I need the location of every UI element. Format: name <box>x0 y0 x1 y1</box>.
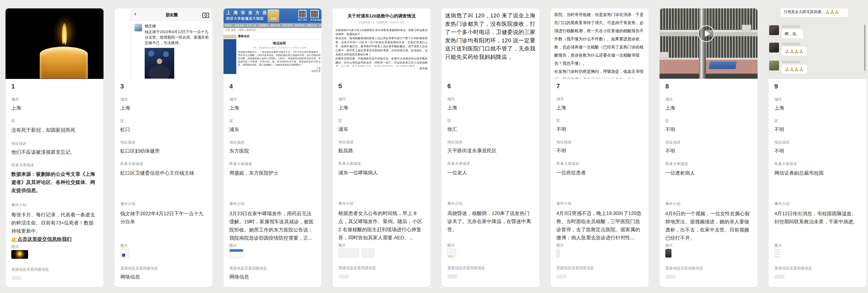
field-value-event: 4月6日的一个视频，一位女性在撕心裂肺地哭泣。据视频描述，她的亲人要做透析，出不… <box>665 210 752 243</box>
chat-bubble: 🙏🙏🙏🙏 <box>782 47 807 56</box>
field-value-address: 天平路街道永康居民区 <box>447 147 534 154</box>
field-label-direct: 直接信息还是间接信息 <box>11 267 98 271</box>
card-title-number: 4 <box>229 83 316 90</box>
field-value-city: 上海 <box>120 105 207 112</box>
field-label-district: 区 <box>774 119 861 123</box>
field-label-address: 地址描述 <box>665 140 752 144</box>
field-label-address: 地址描述 <box>11 142 98 146</box>
document-body: 在航昌路376弄小区120急救医生未向求救患者施救的情况，我委立即连夜启动调查，… <box>335 28 428 66</box>
field-value-event: 每张卡片、每行记录，代表着一条逝去的鲜活生命。目前有73+位死者！数据持续更新中… <box>11 211 98 244</box>
field-label-city: 城市 <box>11 97 98 101</box>
image-thumbnail[interactable] <box>774 249 780 258</box>
sidebar-block <box>223 39 236 74</box>
field-value-city: 上海 <box>229 105 316 112</box>
record-card-5[interactable]: 关于对浦东120急救中心的调查情况 【信息来源：】【信息时间：2022-03-3… <box>332 8 431 287</box>
field-value-event: 3月23日在家中哮喘发作，用药后无法缓解。19时，家属驾车送其就诊，被医院拒收。… <box>229 210 316 243</box>
field-value-event: 4月12日传出消息，韦桂国因脑溢血、封控期间联系救治未果，于家中病逝。 <box>774 210 861 243</box>
card-title-number: 7 <box>556 82 643 90</box>
image-thumbnail[interactable] <box>120 249 130 258</box>
building-base <box>659 74 757 79</box>
record-card-9[interactable]: 只有其女儿眼见其病逝…🙏🙏🙏 啊，这。 🙏🙏🙏🙏 🙏🙏🙏🙏 <box>768 8 867 287</box>
field-label-event: 事件介绍 <box>338 202 425 206</box>
qr-code-label: 患者移动服务平台 <box>310 19 321 22</box>
record-card-1[interactable]: 1 城市 上海 区 没有死于新冠，却因新冠而死 地址描述 他们不应该被漠视甚至忘… <box>5 8 104 287</box>
document-title: 关于对浦东120急救中心的调查情况 <box>335 13 428 19</box>
field-value-address: 东方医院 <box>229 148 316 155</box>
field-label-city: 城市 <box>229 97 316 101</box>
hospital-site-header: 上 海 市 东 方 医 院 同济大学附属东方医院 100 微信二维码 患者移动服… <box>223 8 321 23</box>
field-label-district: 区 <box>338 119 425 123</box>
field-value-city: 上海 <box>11 105 98 112</box>
cover-investigation-document: 关于对浦东120急救中心的调查情况 【信息来源：】【信息时间：2022-03-3… <box>333 8 431 79</box>
field-label-district: 区 <box>665 119 752 123</box>
field-label-direct: 直接信息还是间接信息 <box>338 266 425 270</box>
field-label-image: 图片 <box>665 244 752 248</box>
image-thumbnail[interactable] <box>556 248 560 257</box>
scrollbar[interactable] <box>864 25 865 71</box>
field-label-deceased: 死者大体描述 <box>556 162 643 166</box>
card-title-number: 1 <box>11 83 98 90</box>
field-value-event: 高烧昏迷，核酸阴，120来了说发热门诊关了。无奈在家中降温，在昏迷中离世。 <box>447 209 534 242</box>
field-label-deceased: 死者大体描述 <box>665 162 752 166</box>
field-label-district: 区 <box>447 119 534 123</box>
wechat-post: 钱文雄 钱文雄于2022年4月12日下午一点十九分去世。疫情期间一切从简。家属目… <box>131 21 213 79</box>
field-value-direct: 网络信息 <box>120 273 207 281</box>
field-value-deceased: 周盛妮，东方医院护士 <box>229 169 316 202</box>
ac-unit <box>660 52 668 58</box>
record-card-8[interactable]: 8 城市 上海 区 不明 地址描述 不明 死者大体描述 一位透析病人 事件介绍 … <box>659 8 758 287</box>
card-title-number: 5 <box>338 82 425 90</box>
blue-awning <box>709 61 737 69</box>
avatar <box>134 24 142 31</box>
wechat-moments-title: 朋友圈 <box>131 12 213 18</box>
field-value-district: 浦东 <box>338 126 425 133</box>
chat-bubble: 啊，这。 <box>782 29 803 38</box>
field-label-image: 图片 <box>447 243 534 247</box>
play-triangle <box>705 30 710 37</box>
field-label-address: 地址描述 <box>556 140 643 144</box>
field-value-deceased: 一位老人 <box>447 169 534 202</box>
field-label-city: 城市 <box>120 97 207 101</box>
empty-value-pill <box>774 275 785 279</box>
image-thumbnail[interactable] <box>338 248 359 257</box>
field-label-address: 地址描述 <box>447 140 534 144</box>
field-label-direct: 直接信息还是间接信息 <box>229 266 316 270</box>
image-thumbnail[interactable] <box>447 248 456 257</box>
field-value-city: 上海 <box>774 105 861 112</box>
field-label-image: 图片 <box>120 244 207 248</box>
record-card-3[interactable]: ‹ 朋友圈 钱文雄 钱文雄于2022年4月12日下午一点十九分去世。疫情期间一切… <box>114 8 213 287</box>
empty-value-pill <box>556 274 567 279</box>
event-text: 每张卡片、每行记录，代表着一条逝去的鲜活生命。目前有73+位死者！数据持续更新中… <box>11 212 95 234</box>
record-card-7[interactable]: 医院。当时有些低烧，但是发热门诊在消杀，于是在门口的黑夜里等待了很久。可是由于有… <box>550 8 649 287</box>
field-value-deceased: 一位癌症患者 <box>556 169 643 202</box>
field-value-event: 钱文雄于2022年4月12日下午一点十九分自杀 <box>120 210 207 243</box>
document-meta: 【信息来源：】【信息时间：2022-03-31】 <box>335 21 428 24</box>
record-card-4[interactable]: 上 海 市 东 方 医 院 同济大学附属东方医院 100 微信二维码 患者移动服… <box>223 8 322 287</box>
empty-value-pill <box>338 274 349 279</box>
card-title-number: 8 <box>665 83 752 90</box>
field-label-event: 事件介绍 <box>229 202 316 206</box>
image-thumbnail[interactable] <box>229 249 243 258</box>
hospital-100-badge: 100 <box>268 9 279 22</box>
image-thumbnail[interactable] <box>665 249 672 258</box>
field-label-image: 图片 <box>11 245 98 249</box>
chat-bubble: 🙏🙏🙏🙏 <box>782 65 807 74</box>
submit-info-link[interactable]: 👉点击这里提交信息给我们 <box>11 235 98 243</box>
field-value-district: 不明 <box>665 126 752 133</box>
field-value-event: 根据患者女儿公布的时间线，早上 8 点，其父哮喘发作、晕倒。随后，小区 2 名做… <box>338 209 425 242</box>
field-label-direct: 直接信息还是间接信息 <box>774 266 861 270</box>
field-label-city: 城市 <box>556 97 643 101</box>
image-thumbnail[interactable] <box>362 248 375 257</box>
field-label-deceased: 死者大体描述 <box>447 162 534 166</box>
announcement-body: 周盛妮为我院护士，一直在院内从事护理相关工作。3月23日在家中哮喘发作，用药后无… <box>238 51 321 66</box>
field-value-address: 航昌路 <box>338 147 425 154</box>
chat-username-blurred <box>782 61 800 63</box>
image-thumbnails <box>338 248 425 257</box>
field-label-district: 区 <box>229 119 316 123</box>
avatar <box>769 61 779 70</box>
hospital-site-breadcrumb: 位置: 首页 >>首页>>最新动态 <box>223 28 321 32</box>
record-card-6[interactable]: 迷病危了叫 120，120 来了说全上海发热门诊都关了，没有医院接收，打了一个多… <box>441 8 540 287</box>
image-thumbnail[interactable] <box>11 250 28 259</box>
field-value-address: 不明 <box>556 147 643 154</box>
field-value-direct: 网络信息 <box>229 273 316 281</box>
play-button-icon[interactable] <box>698 25 715 42</box>
